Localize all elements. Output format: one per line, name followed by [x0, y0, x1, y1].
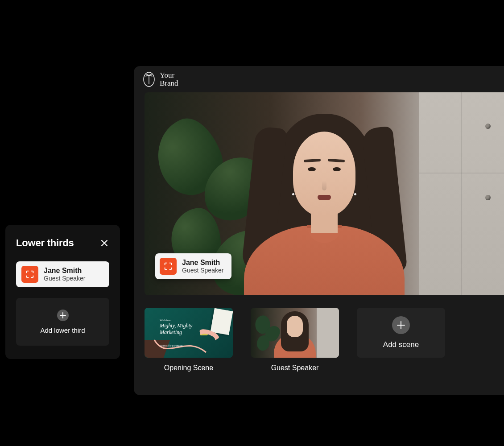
brand-badge-icon — [160, 258, 177, 275]
lower-third-overlay[interactable]: Jane Smith Guest Speaker — [155, 253, 231, 279]
lower-thirds-title: Lower thirds — [16, 237, 74, 249]
plus-icon — [392, 316, 410, 334]
opening-title-2: Marketing — [160, 330, 192, 335]
add-lower-third-label: Add lower third — [40, 326, 85, 334]
close-icon[interactable] — [99, 238, 109, 248]
opening-scene-text: Webinar Mighty, Mighty Marketing Thanks … — [160, 318, 192, 347]
add-lower-third-button[interactable]: Add lower third — [16, 298, 109, 346]
lower-third-role: Guest Speaker — [44, 275, 85, 282]
brand-name: Your Brand — [160, 71, 178, 87]
scene-label: Guest Speaker — [251, 364, 339, 372]
brand-badge-icon — [21, 266, 38, 283]
brand-line2: Brand — [160, 79, 178, 87]
opening-kicker: Webinar — [160, 318, 192, 322]
scene-thumb — [251, 308, 339, 358]
editor-header: Your Brand — [134, 66, 504, 92]
opening-title-1: Mighty, Mighty — [160, 323, 192, 329]
preview-bg-panel — [419, 92, 504, 295]
lower-thirds-panel: Lower thirds Jane Smith Guest Speaker Ad… — [5, 225, 120, 359]
add-scene-button[interactable]: Add scene — [357, 308, 445, 358]
video-preview[interactable]: Jane Smith Guest Speaker — [145, 92, 504, 295]
scene-opening[interactable]: Webinar Mighty, Mighty Marketing Thanks … — [145, 308, 233, 372]
lower-thirds-header: Lower thirds — [16, 237, 109, 249]
brand-line1: Your — [160, 71, 178, 79]
opening-sub: Thanks for joining us! — [160, 344, 192, 347]
plus-icon — [57, 310, 69, 321]
overlay-role: Guest Speaker — [182, 267, 223, 274]
lower-third-text: Jane Smith Guest Speaker — [44, 266, 85, 282]
scene-guest-speaker[interactable]: Guest Speaker — [251, 308, 339, 372]
overlay-name: Jane Smith — [182, 258, 223, 267]
add-scene-label: Add scene — [383, 340, 419, 349]
editor-surface: Your Brand — [134, 66, 504, 395]
preview-speaker — [231, 114, 418, 295]
brand-logo-icon — [143, 71, 155, 87]
scene-thumb: Webinar Mighty, Mighty Marketing Thanks … — [145, 308, 233, 358]
lower-third-name: Jane Smith — [44, 266, 85, 275]
lower-third-item[interactable]: Jane Smith Guest Speaker — [16, 261, 109, 287]
overlay-text: Jane Smith Guest Speaker — [182, 258, 223, 274]
scene-label: Opening Scene — [145, 364, 233, 372]
scene-strip: Webinar Mighty, Mighty Marketing Thanks … — [134, 295, 504, 372]
